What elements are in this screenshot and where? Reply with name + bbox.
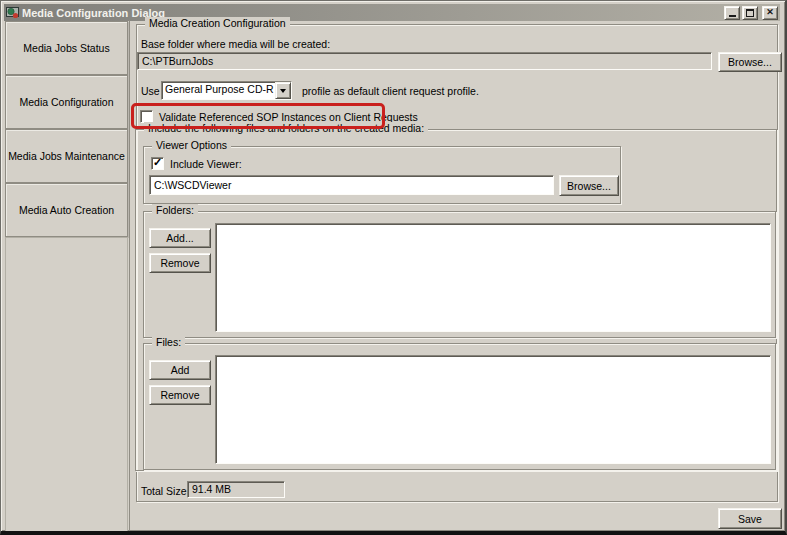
folders-list[interactable]	[215, 223, 771, 332]
viewer-browse-button[interactable]: Browse...	[559, 175, 619, 196]
base-folder-label: Base folder where media will be created:	[141, 38, 330, 50]
folders-remove-button[interactable]: Remove	[149, 253, 211, 273]
save-button[interactable]: Save	[718, 508, 782, 529]
sidebar-item-media-jobs-maintenance[interactable]: Media Jobs Maintenance	[5, 129, 128, 183]
sidebar-item-label: Media Configuration	[20, 96, 114, 108]
sidebar-item-label: Media Auto Creation	[19, 204, 114, 216]
include-viewer-label: Include Viewer:	[170, 158, 242, 170]
files-list[interactable]	[215, 355, 771, 464]
minimize-icon	[729, 15, 736, 17]
sidebar-empty-panel	[5, 237, 128, 532]
files-remove-button[interactable]: Remove	[149, 385, 211, 405]
sidebar-item-media-configuration[interactable]: Media Configuration	[5, 75, 128, 129]
sidebar-item-label: Media Jobs Maintenance	[8, 150, 125, 162]
main-panel-divider	[129, 20, 130, 532]
group-title: Media Creation Configuration	[145, 17, 290, 29]
title-bar[interactable]: Media Configuration Dialog ✕	[4, 4, 780, 21]
files-add-button[interactable]: Add	[149, 360, 211, 380]
folders-add-button[interactable]: Add...	[149, 228, 211, 248]
window-title: Media Configuration Dialog	[22, 7, 722, 19]
app-icon	[6, 6, 19, 19]
media-configuration-dialog: Media Configuration Dialog ✕ Media Jobs …	[0, 0, 787, 535]
maximize-icon	[746, 9, 754, 17]
viewer-path-input[interactable]	[149, 175, 554, 195]
files-group-title: Files:	[152, 336, 185, 348]
sidebar-item-label: Media Jobs Status	[23, 42, 109, 54]
profile-selected-value: General Purpose CD-R	[162, 82, 275, 99]
close-button[interactable]: ✕	[762, 6, 778, 20]
total-size-label: Total Size:	[141, 485, 189, 497]
minimize-button[interactable]	[724, 6, 740, 20]
profile-prefix-label: Use	[141, 85, 160, 97]
profile-select[interactable]: General Purpose CD-R	[161, 81, 292, 100]
base-folder-input[interactable]	[137, 52, 712, 70]
base-folder-browse-button[interactable]: Browse...	[718, 52, 782, 72]
maximize-button[interactable]	[742, 6, 758, 20]
profile-suffix-label: profile as default client request profil…	[302, 85, 479, 97]
chevron-down-icon	[280, 89, 286, 96]
sidebar-item-media-auto-creation[interactable]: Media Auto Creation	[5, 183, 128, 237]
close-icon: ✕	[766, 8, 774, 17]
total-size-value: 91.4 MB	[187, 481, 285, 498]
sidebar-item-media-jobs-status[interactable]: Media Jobs Status	[5, 21, 128, 75]
viewer-options-title: Viewer Options	[152, 139, 231, 151]
include-group-title: Include the following files and folders …	[144, 122, 428, 134]
profile-dropdown-button[interactable]	[275, 82, 291, 99]
include-viewer-checkbox[interactable]	[151, 157, 164, 170]
folders-group-title: Folders:	[152, 204, 198, 216]
